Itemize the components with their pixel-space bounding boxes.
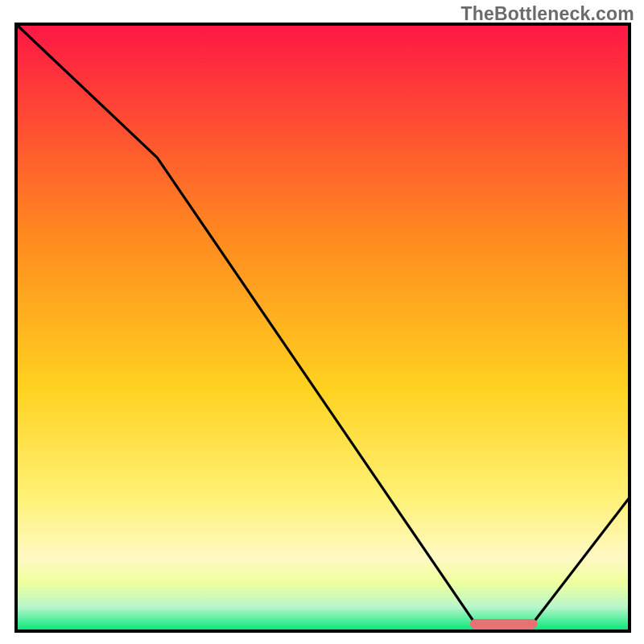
chart-container: TheBottleneck.com (0, 0, 644, 644)
watermark-text: TheBottleneck.com (460, 3, 634, 25)
optimal-range-marker (470, 619, 538, 629)
gradient-background (16, 24, 630, 631)
plot-area (16, 24, 630, 631)
bottleneck-chart (0, 0, 644, 644)
